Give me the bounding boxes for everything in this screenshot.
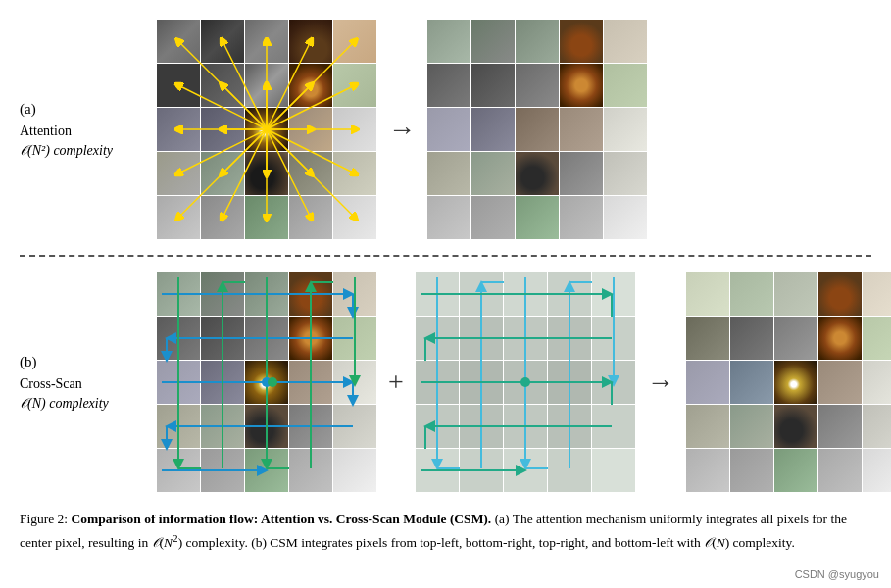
grid-cell [333,20,376,63]
grid-cell [427,20,470,63]
grid-cell [201,449,244,492]
grid-cell [471,20,515,63]
grid-cell [416,405,459,448]
grid-cell [427,108,470,151]
grid-cell [560,20,603,63]
grid-cell [818,317,862,360]
grid-cell [604,64,647,107]
attention-output-grid [427,20,647,239]
grid-cell [427,196,470,239]
crossscan-input-grid-wrapper [157,272,376,492]
grid-cell [686,449,729,492]
grid-cell [245,405,288,448]
grid-cell [604,108,647,151]
grid-cell [333,152,376,195]
grid-cell [730,272,773,316]
grid-cell [774,361,817,404]
grid-cell [333,196,376,239]
section-b-letter: (b) [20,354,37,369]
grid-cell [427,64,470,107]
grid-cell [604,196,647,239]
grid-cell [289,152,332,195]
section-b-label: (b) Cross-Scan 𝒪(N) complexity [20,352,157,413]
grid-cell [289,317,332,360]
grid-cell [157,272,200,316]
grid-cell [548,361,591,404]
grid-cell [592,272,635,316]
grid-cell [686,361,729,404]
grid-cell [818,405,862,448]
crossscan-second-grid-wrapper [416,272,635,492]
grid-cell [333,317,376,360]
grid-cell [471,64,515,107]
plus-b: + [388,367,404,398]
caption-bold-text: Comparison of information flow: Attentio… [72,512,492,526]
grid-cell [863,272,891,316]
section-b: (b) Cross-Scan 𝒪(N) complexity [20,263,871,502]
grid-cell [863,449,891,492]
grid-cell [730,317,773,360]
grid-cell [416,317,459,360]
grid-cell [516,64,559,107]
grid-cell [730,449,773,492]
grid-cell [774,405,817,448]
grid-cell [504,361,547,404]
main-container: (a) Attention 𝒪(N²) complexity [0,0,891,588]
grid-cell [560,196,603,239]
grid-cell [548,317,591,360]
grid-cell [157,405,200,448]
grid-cell [289,108,332,151]
grid-cell [333,272,376,316]
section-a-complexity: 𝒪(N²) complexity [20,141,157,161]
grid-cell [516,20,559,63]
watermark: CSDN @syugyou [795,568,879,580]
grid-cell [427,152,470,195]
grid-cell [604,152,647,195]
grid-cell [592,449,635,492]
crossscan-input-grid [157,272,376,492]
section-a-letter: (a) [20,101,36,117]
grid-cell [560,64,603,107]
grid-cell [504,272,547,316]
attention-input-grid-wrapper [157,20,376,239]
grid-cell [818,272,862,316]
grid-cell [460,317,503,360]
sections-wrapper: (a) Attention 𝒪(N²) complexity [20,10,871,502]
grid-cell [245,361,288,404]
grid-cell [516,152,559,195]
grid-cell [201,108,244,151]
grid-cell [333,108,376,151]
grid-cell [289,449,332,492]
grid-cell [289,64,332,107]
grid-cell [157,361,200,404]
grid-cell [201,405,244,448]
grid-cell [460,449,503,492]
grid-cell [460,405,503,448]
section-a-title: Attention [20,122,157,141]
grid-cell [460,272,503,316]
crossscan-second-grid [416,272,635,492]
grid-cell [245,20,288,63]
grid-cell [289,20,332,63]
grid-cell [289,361,332,404]
grid-cell [416,272,459,316]
grid-cell [201,361,244,404]
grid-cell [818,449,862,492]
grid-cell [157,196,200,239]
grid-cell [863,361,891,404]
grid-cell [245,196,288,239]
grid-cell [471,108,515,151]
grid-cell [245,449,288,492]
grid-cell [245,152,288,195]
grid-cell [245,64,288,107]
figure-label: Figure 2: [20,512,68,526]
grid-cell [289,405,332,448]
grid-cell [289,272,332,316]
grid-cell [592,361,635,404]
grid-cell [730,361,773,404]
grid-cell [201,317,244,360]
grid-cell [157,317,200,360]
grid-cell [471,152,515,195]
grid-cell [201,20,244,63]
section-separator [20,255,871,257]
